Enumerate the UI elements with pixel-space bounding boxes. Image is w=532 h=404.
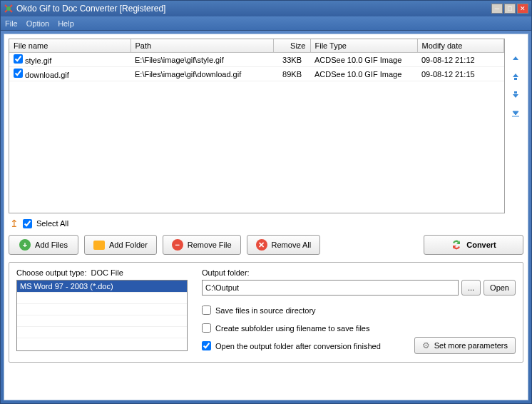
cell-type: ACDSee 10.0 GIF Image: [310, 67, 417, 81]
output-type-label: Choose output type: DOC File: [16, 268, 188, 277]
gear-icon: ⚙: [422, 340, 430, 350]
open-after-row: Open the output folder after conversion …: [202, 341, 407, 350]
remove-file-button[interactable]: − Remove File: [163, 235, 241, 255]
file-table-container: File name Path Size File Type Modify dat…: [9, 39, 505, 213]
add-files-label: Add Files: [35, 241, 68, 249]
create-subfolder-label: Create subfolder using filename to save …: [215, 324, 369, 333]
output-type-list[interactable]: MS Word 97 - 2003 (*.doc): [16, 280, 188, 351]
cell-path: E:\Files\image\gif\download.gif: [131, 67, 273, 81]
titlebar: Okdo Gif to Doc Converter [Registered] ─…: [1, 1, 531, 16]
file-area: File name Path Size File Type Modify dat…: [9, 39, 523, 213]
select-all-checkbox[interactable]: [23, 219, 32, 228]
open-after-checkbox[interactable]: [202, 341, 211, 350]
maximize-button[interactable]: □: [504, 4, 516, 14]
menu-option[interactable]: Option: [26, 19, 49, 28]
reorder-buttons: [508, 39, 523, 213]
app-window: Okdo Gif to Doc Converter [Registered] ─…: [0, 0, 532, 404]
close-button[interactable]: ✕: [517, 4, 528, 14]
window-controls: ─ □ ✕: [491, 4, 528, 14]
row-checkbox[interactable]: [14, 54, 23, 64]
content-area: File name Path Size File Type Modify dat…: [4, 34, 528, 400]
col-modify[interactable]: Modify date: [417, 39, 504, 53]
up-level-icon[interactable]: ↥: [10, 218, 19, 229]
action-button-row: + Add Files Add Folder − Remove File ✕ R…: [9, 235, 523, 262]
cell-size: 89KB: [273, 67, 310, 81]
save-in-source-checkbox[interactable]: [202, 305, 211, 315]
app-icon: [4, 4, 14, 14]
output-folder-input[interactable]: [202, 280, 459, 296]
table-row[interactable]: download.gif E:\Files\image\gif\download…: [9, 67, 504, 81]
more-params-label: Set more parameters: [434, 341, 508, 350]
minimize-button[interactable]: ─: [491, 4, 503, 14]
move-top-button[interactable]: [509, 51, 522, 64]
remove-all-icon: ✕: [256, 239, 267, 251]
output-folder-column: Output folder: ... Open Save files in so…: [202, 268, 516, 355]
cell-size: 33KB: [273, 53, 310, 67]
minus-icon: −: [172, 239, 183, 251]
folder-icon: [93, 241, 105, 250]
save-in-source-label: Save files in source directory: [215, 306, 316, 315]
create-subfolder-row: Create subfolder using filename to save …: [202, 323, 516, 333]
svg-point-0: [6, 6, 11, 11]
cell-name: style.gif: [25, 56, 51, 65]
output-type-item[interactable]: MS Word 97 - 2003 (*.doc): [17, 281, 187, 292]
add-folder-label: Add Folder: [109, 241, 148, 249]
cell-path: E:\Files\image\gif\style.gif: [131, 53, 273, 67]
window-title: Okdo Gif to Doc Converter [Registered]: [16, 4, 491, 14]
output-type-column: Choose output type: DOC File MS Word 97 …: [16, 268, 188, 355]
save-in-source-row: Save files in source directory: [202, 305, 516, 315]
convert-icon: [451, 239, 462, 251]
menu-file[interactable]: File: [5, 19, 18, 28]
remove-all-label: Remove All: [272, 241, 312, 249]
move-bottom-button[interactable]: [509, 107, 522, 120]
plus-icon: +: [19, 239, 31, 251]
output-folder-row: ... Open: [202, 280, 516, 296]
cell-type: ACDSee 10.0 GIF Image: [310, 53, 417, 67]
move-up-button[interactable]: [509, 70, 522, 83]
col-path[interactable]: Path: [131, 39, 273, 53]
remove-all-button[interactable]: ✕ Remove All: [247, 235, 321, 255]
convert-button[interactable]: Convert: [424, 235, 523, 255]
create-subfolder-checkbox[interactable]: [202, 323, 211, 333]
add-folder-button[interactable]: Add Folder: [84, 235, 157, 255]
output-settings-panel: Choose output type: DOC File MS Word 97 …: [9, 262, 523, 363]
remove-file-label: Remove File: [188, 241, 232, 249]
move-down-button[interactable]: [509, 89, 522, 101]
row-checkbox[interactable]: [14, 69, 23, 78]
browse-button[interactable]: ...: [461, 280, 481, 296]
add-files-button[interactable]: + Add Files: [9, 235, 78, 255]
cell-modify: 09-08-12 21:15: [417, 67, 504, 81]
cell-modify: 09-08-12 21:12: [417, 53, 504, 67]
output-folder-label: Output folder:: [202, 268, 516, 277]
menubar: File Option Help: [1, 16, 531, 31]
open-after-label: Open the output folder after conversion …: [215, 342, 381, 350]
col-size[interactable]: Size: [273, 39, 310, 53]
table-row[interactable]: style.gif E:\Files\image\gif\style.gif 3…: [9, 53, 504, 67]
select-all-label: Select All: [36, 219, 68, 228]
menu-help[interactable]: Help: [58, 19, 74, 28]
open-folder-button[interactable]: Open: [484, 280, 516, 296]
cell-name: download.gif: [25, 71, 69, 79]
col-filetype[interactable]: File Type: [310, 39, 417, 53]
select-all-row: ↥ Select All: [9, 213, 523, 235]
convert-label: Convert: [466, 241, 496, 249]
col-filename[interactable]: File name: [9, 39, 131, 53]
set-more-parameters-button[interactable]: ⚙ Set more parameters: [414, 337, 516, 354]
file-table: File name Path Size File Type Modify dat…: [9, 39, 504, 81]
